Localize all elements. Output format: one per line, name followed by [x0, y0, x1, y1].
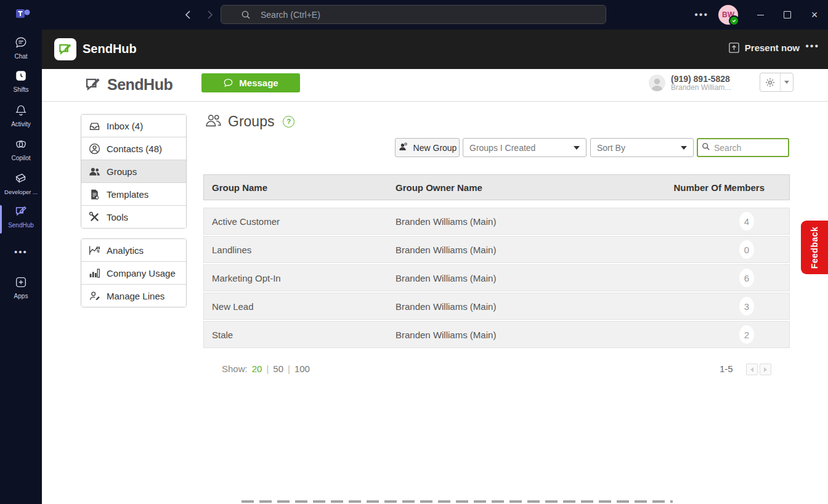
separator: |: [288, 364, 290, 374]
nav-item-company-usage[interactable]: Company Usage: [81, 261, 186, 284]
bell-icon: [14, 108, 28, 119]
present-now-button[interactable]: Present now: [728, 42, 800, 54]
rail-item-chat[interactable]: Chat: [0, 36, 42, 60]
nav-label: Tools: [107, 212, 128, 222]
page-size-100[interactable]: 100: [294, 364, 310, 374]
presence-available-icon: [729, 15, 739, 26]
sort-by-select[interactable]: Sort By: [590, 138, 694, 157]
rail-label: Developer ...: [0, 189, 42, 195]
next-page-button[interactable]: [760, 364, 771, 375]
teams-window: ••• BW × Chat: [0, 0, 828, 504]
nav-item-inbox[interactable]: Inbox (4): [81, 115, 186, 137]
group-filter-value: Groups I Created: [469, 143, 535, 153]
new-group-label: New Group: [413, 143, 457, 153]
rail-more[interactable]: •••: [0, 246, 42, 258]
groups-search-input[interactable]: [713, 142, 784, 153]
teams-app-rail: Chat Shifts Activity: [0, 30, 42, 504]
rail-item-sendhub[interactable]: SendHub: [0, 205, 42, 229]
table-row[interactable]: Landlines Branden Williams (Main) 0: [203, 236, 790, 263]
group-filter-select[interactable]: Groups I Created: [463, 138, 586, 157]
nav-item-contacts[interactable]: Contacts (48): [81, 137, 186, 160]
avatar[interactable]: BW: [718, 5, 738, 25]
show-label: Show:: [222, 364, 248, 374]
rail-item-developer[interactable]: Developer ...: [0, 171, 42, 195]
rail-label: Activity: [0, 121, 42, 128]
new-group-icon: [398, 141, 409, 154]
gear-icon[interactable]: [760, 73, 781, 91]
sendhub-nav-primary: Inbox (4) Contacts (48) Groups: [81, 114, 187, 229]
prev-page-button[interactable]: [746, 364, 758, 375]
chevron-down-icon: [681, 146, 687, 150]
table-row[interactable]: Active Customer Branden Williams (Main) …: [203, 208, 790, 235]
group-name: Stale: [204, 330, 396, 340]
close-button[interactable]: ×: [801, 0, 828, 30]
message-bubble-icon: [223, 78, 233, 88]
sendhub-app-icon: [54, 38, 76, 60]
user-name: Branden William...: [671, 84, 731, 92]
rail-label: Shifts: [0, 86, 42, 93]
new-group-button[interactable]: New Group: [395, 138, 460, 157]
nav-item-templates[interactable]: Templates: [81, 182, 186, 205]
settings-caret-icon[interactable]: [781, 81, 793, 84]
minimize-button[interactable]: [747, 0, 774, 30]
member-count-badge: 4: [739, 212, 754, 230]
present-now-label: Present now: [745, 43, 800, 53]
nav-item-manage-lines[interactable]: Manage Lines: [81, 284, 186, 307]
settings-split-button[interactable]: [760, 73, 794, 92]
apps-icon: [14, 280, 28, 291]
sendhub-rail-icon: [14, 209, 28, 220]
analytics-icon: [87, 244, 101, 257]
chat-icon: [14, 41, 28, 51]
rail-item-activity[interactable]: Activity: [0, 104, 42, 128]
present-icon: [728, 42, 740, 54]
page-size-20[interactable]: 20: [252, 364, 262, 374]
nav-label: Analytics: [107, 245, 144, 256]
clipped-footer-text: [242, 500, 673, 503]
more-icon: •••: [14, 246, 28, 257]
bar-chart-icon: [87, 267, 101, 280]
teams-logo-icon: [15, 7, 31, 22]
page-size-control: Show: 20 | 50 | 100: [222, 364, 310, 374]
col-header-members: Number Of Members: [629, 182, 789, 193]
nav-item-analytics[interactable]: Analytics: [81, 239, 186, 261]
search-icon: [241, 10, 251, 22]
rail-item-shifts[interactable]: Shifts: [0, 69, 42, 93]
table-row[interactable]: New Lead Branden Williams (Main) 3: [203, 293, 790, 320]
group-owner: Branden Williams (Main): [396, 245, 629, 255]
sendhub-logo: SendHub: [84, 75, 172, 94]
pagination: [746, 364, 771, 375]
appbar-more-icon[interactable]: •••: [805, 41, 819, 52]
app-title: SendHub: [83, 42, 137, 56]
rail-item-copilot[interactable]: Copilot: [0, 137, 42, 161]
sort-by-value: Sort By: [597, 143, 625, 153]
table-row[interactable]: Stale Branden Williams (Main) 2: [203, 321, 790, 348]
feedback-button[interactable]: Feedback: [801, 221, 828, 274]
group-name: Active Customer: [204, 216, 396, 227]
nav-label: Groups: [107, 166, 137, 177]
groups-search-box[interactable]: [697, 138, 789, 157]
nav-label: Inbox (4): [107, 121, 143, 131]
rail-item-apps[interactable]: Apps: [0, 275, 42, 299]
col-header-group-name: Group Name: [204, 182, 396, 193]
shifts-icon: [14, 74, 28, 84]
nav-item-tools[interactable]: Tools: [81, 205, 186, 228]
teams-search-input[interactable]: [221, 5, 606, 24]
group-name: Landlines: [204, 245, 396, 255]
forward-icon[interactable]: [203, 9, 216, 21]
member-count-badge: 2: [739, 325, 754, 344]
nav-item-groups[interactable]: Groups: [81, 160, 186, 182]
table-row[interactable]: Marketing Opt-In Branden Williams (Main)…: [203, 264, 790, 291]
nav-label: Templates: [107, 189, 148, 200]
account-summary[interactable]: (919) 891-5828 Branden William...: [649, 74, 731, 92]
sendhub-header: SendHub Message (919) 891-5828 Branden W…: [42, 69, 828, 102]
page-size-50[interactable]: 50: [273, 364, 283, 374]
maximize-button[interactable]: [774, 0, 801, 30]
titlebar-more-icon[interactable]: •••: [694, 9, 708, 20]
chevron-down-icon: [574, 146, 580, 150]
templates-icon: [87, 188, 101, 201]
group-owner: Branden Williams (Main): [396, 301, 629, 312]
teams-search-field[interactable]: [259, 9, 590, 20]
back-icon[interactable]: [182, 9, 195, 21]
help-icon[interactable]: ?: [283, 116, 294, 128]
message-button[interactable]: Message: [201, 73, 300, 92]
